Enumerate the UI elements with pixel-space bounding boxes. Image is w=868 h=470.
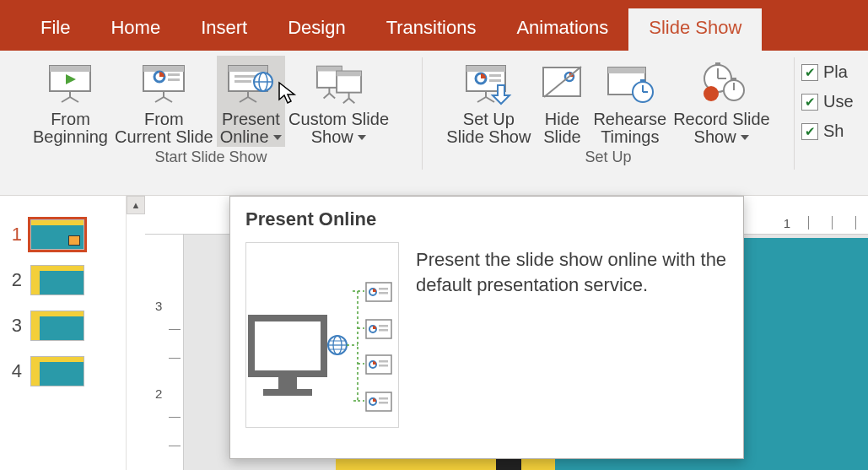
thumbnail bbox=[30, 311, 84, 341]
svg-line-5 bbox=[70, 97, 78, 102]
svg-rect-59 bbox=[731, 78, 736, 81]
thumbnail bbox=[30, 265, 84, 295]
slide-thumb-2[interactable]: 2 bbox=[7, 265, 119, 295]
svg-rect-37 bbox=[466, 66, 505, 72]
ribbon-tabs: File Home Insert Design Transitions Anim… bbox=[0, 5, 868, 51]
screentip-present-online: Present Online bbox=[229, 196, 744, 459]
screentip-description: Present the slide show online with the d… bbox=[416, 242, 728, 428]
svg-rect-86 bbox=[379, 365, 388, 367]
scroll-up-button[interactable]: ▲ bbox=[127, 196, 145, 214]
tab-home[interactable]: Home bbox=[90, 8, 181, 51]
svg-rect-63 bbox=[278, 377, 297, 389]
tab-slideshow[interactable]: Slide Show bbox=[628, 8, 762, 51]
svg-line-34 bbox=[348, 98, 354, 103]
svg-line-32 bbox=[329, 94, 335, 99]
svg-rect-85 bbox=[379, 360, 388, 363]
present-online-button[interactable]: Present Online bbox=[217, 56, 285, 147]
from-current-slide-button[interactable]: From Current Slide bbox=[111, 56, 217, 147]
from-beginning-icon bbox=[46, 59, 94, 108]
from-current-slide-icon bbox=[139, 59, 188, 108]
svg-rect-39 bbox=[489, 74, 501, 77]
hide-slide-button[interactable]: Hide Slide bbox=[534, 56, 590, 147]
ruler-vertical: 3 2 bbox=[145, 235, 184, 470]
svg-rect-77 bbox=[379, 288, 388, 290]
svg-rect-9 bbox=[168, 73, 180, 76]
svg-rect-7 bbox=[143, 66, 184, 72]
record-slide-show-icon bbox=[697, 59, 746, 108]
screentip-illustration bbox=[245, 242, 399, 428]
check-play-narrations[interactable]: ✔Pla bbox=[801, 62, 854, 82]
svg-rect-81 bbox=[379, 325, 388, 327]
svg-line-4 bbox=[62, 97, 70, 102]
checkbox-checked-icon: ✔ bbox=[801, 94, 818, 111]
present-online-icon bbox=[226, 59, 275, 108]
group-label-start: Start Slide Show bbox=[2, 147, 420, 170]
svg-line-43 bbox=[486, 97, 494, 102]
checkbox-checked-icon: ✔ bbox=[801, 123, 818, 140]
svg-rect-15 bbox=[229, 66, 267, 72]
svg-rect-78 bbox=[379, 292, 388, 294]
custom-slide-show-icon bbox=[315, 59, 364, 108]
tab-transitions[interactable]: Transitions bbox=[366, 8, 497, 51]
ribbon: From Beginning From Current Slide Presen… bbox=[0, 51, 868, 196]
slide-thumb-3[interactable]: 3 bbox=[7, 311, 119, 341]
tab-file[interactable]: File bbox=[20, 8, 90, 51]
slide-thumb-1[interactable]: 1 bbox=[7, 219, 119, 250]
svg-line-12 bbox=[155, 97, 164, 102]
svg-rect-28 bbox=[337, 72, 361, 77]
svg-rect-17 bbox=[235, 80, 251, 83]
svg-rect-82 bbox=[379, 329, 388, 332]
dropdown-arrow-icon bbox=[273, 135, 282, 141]
options-checkboxes: ✔Pla ✔Use ✔Sh bbox=[795, 51, 857, 195]
svg-rect-50 bbox=[640, 79, 645, 83]
group-label-setup: Set Up bbox=[424, 147, 792, 170]
svg-marker-35 bbox=[358, 135, 366, 140]
svg-line-20 bbox=[248, 97, 256, 102]
cursor-icon bbox=[278, 81, 298, 105]
thumbnail bbox=[30, 219, 84, 250]
screentip-title: Present Online bbox=[245, 208, 728, 230]
svg-line-13 bbox=[164, 97, 172, 102]
svg-rect-10 bbox=[168, 78, 180, 81]
rehearse-timings-icon bbox=[606, 59, 655, 108]
svg-rect-48 bbox=[608, 68, 645, 73]
svg-line-19 bbox=[240, 97, 248, 102]
svg-rect-1 bbox=[50, 66, 90, 72]
svg-line-31 bbox=[323, 94, 329, 99]
slide-thumbnails: 1 2 3 4 bbox=[0, 196, 127, 470]
tab-design[interactable]: Design bbox=[267, 8, 365, 51]
svg-rect-64 bbox=[263, 389, 312, 396]
set-up-slide-show-button[interactable]: Set Up Slide Show bbox=[443, 56, 534, 147]
svg-rect-62 bbox=[251, 318, 324, 374]
svg-point-57 bbox=[704, 86, 719, 101]
svg-rect-90 bbox=[379, 402, 388, 404]
check-use-timings[interactable]: ✔Use bbox=[801, 92, 854, 111]
custom-slide-show-button[interactable]: Custom Slide Show bbox=[285, 56, 392, 147]
record-slide-show-button[interactable]: Record Slide Show bbox=[670, 56, 774, 147]
from-beginning-button[interactable]: From Beginning bbox=[30, 56, 111, 147]
checkbox-checked-icon: ✔ bbox=[801, 64, 818, 81]
svg-marker-61 bbox=[741, 135, 749, 140]
tab-insert[interactable]: Insert bbox=[181, 8, 267, 51]
check-show-media[interactable]: ✔Sh bbox=[801, 122, 854, 141]
svg-line-33 bbox=[342, 98, 348, 103]
svg-rect-89 bbox=[379, 397, 388, 400]
hide-slide-icon bbox=[537, 59, 586, 108]
dropdown-arrow-icon bbox=[741, 135, 749, 141]
svg-line-42 bbox=[477, 97, 486, 102]
slide-thumb-4[interactable]: 4 bbox=[7, 356, 119, 386]
set-up-slide-show-icon bbox=[464, 59, 513, 108]
svg-marker-24 bbox=[273, 135, 282, 140]
rehearse-timings-button[interactable]: Rehearse Timings bbox=[590, 56, 670, 147]
svg-rect-40 bbox=[489, 79, 501, 82]
thumbnail bbox=[30, 356, 84, 386]
svg-rect-54 bbox=[715, 62, 720, 66]
tab-animations[interactable]: Animations bbox=[496, 8, 628, 51]
dropdown-arrow-icon bbox=[358, 135, 366, 141]
